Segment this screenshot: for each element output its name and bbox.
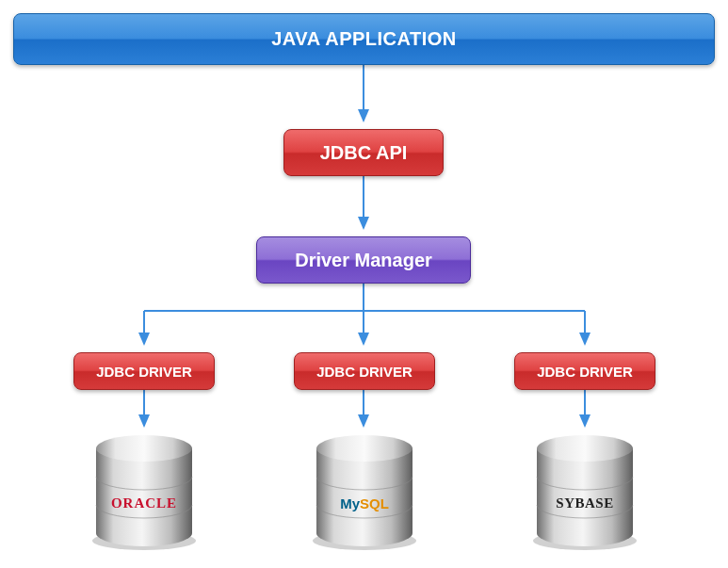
db-label-sybase: SYBASE: [556, 495, 613, 511]
database-icon: [294, 428, 435, 554]
label: JDBC DRIVER: [96, 364, 192, 380]
label: JDBC DRIVER: [316, 364, 413, 380]
database-mysql: MySQL: [294, 428, 435, 554]
label: JDBC API: [320, 142, 408, 164]
database-icon: [73, 428, 215, 554]
db-label-mysql: MySQL: [340, 495, 389, 511]
svg-point-13: [316, 435, 413, 462]
jdbc-driver-node-3: JDBC DRIVER: [514, 352, 655, 390]
jdbc-driver-node-1: JDBC DRIVER: [73, 352, 215, 390]
label: JAVA APPLICATION: [271, 28, 457, 50]
svg-point-15: [537, 435, 633, 462]
database-oracle: ORACLE: [73, 428, 215, 554]
svg-point-11: [96, 435, 192, 462]
java-application-node: JAVA APPLICATION: [13, 13, 715, 65]
db-label-oracle: ORACLE: [111, 495, 177, 511]
jdbc-driver-node-2: JDBC DRIVER: [294, 352, 435, 390]
driver-manager-node: Driver Manager: [256, 236, 471, 284]
jdbc-api-node: JDBC API: [283, 129, 444, 176]
database-sybase: SYBASE: [514, 428, 655, 554]
label: Driver Manager: [295, 250, 432, 271]
database-icon: [514, 428, 655, 554]
label: JDBC DRIVER: [537, 364, 633, 380]
